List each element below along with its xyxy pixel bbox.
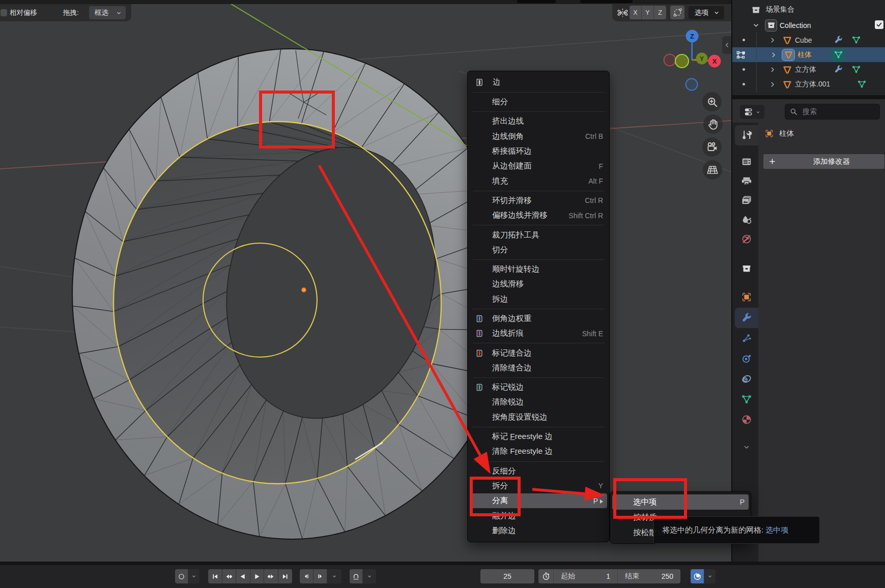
menu-item-按角度设置锐边[interactable]: 按角度设置锐边 — [468, 410, 609, 425]
perspective-toggle-button[interactable] — [703, 160, 722, 180]
outliner-row-cube[interactable]: Cube — [732, 33, 885, 47]
mesh-data-badge-icon[interactable] — [851, 35, 861, 45]
navigation-gizmo[interactable]: YXZ — [658, 22, 729, 94]
menu-item-融并边[interactable]: 融并边 — [468, 508, 609, 523]
drag-mode-dropdown[interactable]: 框选 — [89, 6, 126, 19]
sidebar-collapse-tab[interactable] — [722, 36, 731, 54]
properties-tab-physics[interactable] — [735, 348, 758, 369]
current-frame-field[interactable]: 25 — [480, 569, 534, 583]
3d-viewport[interactable] — [0, 0, 731, 562]
previous-frame-button[interactable] — [300, 569, 313, 583]
chevron-right-icon[interactable] — [769, 51, 778, 59]
camera-view-button[interactable] — [702, 137, 722, 157]
relative-offset-checkbox[interactable] — [1, 9, 7, 16]
menu-item-裁刀拓扑工具[interactable]: 裁刀拓扑工具 — [468, 227, 609, 242]
menu-item-细分[interactable]: 细分 — [468, 95, 609, 109]
start-frame-field[interactable]: 起始 1 — [554, 569, 618, 583]
menu-item-倒角边权重[interactable]: 倒角边权重 — [468, 311, 609, 326]
playback-sync-dropdown[interactable] — [704, 569, 716, 583]
menu-item-分离[interactable]: 分离P — [470, 493, 607, 508]
mirror-y-button[interactable]: Y — [642, 6, 654, 19]
properties-tab-render[interactable] — [735, 152, 758, 172]
menu-item-反细分[interactable]: 反细分 — [468, 464, 609, 479]
menu-item-拆边[interactable]: 拆边 — [468, 292, 609, 307]
frame-step-dropdown[interactable] — [327, 569, 341, 583]
mirror-icon[interactable] — [616, 7, 629, 19]
menu-item-标记 Freestyle 边[interactable]: 标记 Freestyle 边 — [468, 429, 609, 444]
properties-tab-object[interactable] — [735, 287, 758, 307]
keying-set-dropdown[interactable] — [363, 569, 376, 583]
menu-item-从边创建面[interactable]: 从边创建面F — [468, 159, 609, 173]
outliner-row-柱体[interactable]: 柱体 — [732, 47, 885, 62]
menu-item-清除 Freestyle 边[interactable]: 清除 Freestyle 边 — [468, 444, 609, 459]
outliner-row-collection[interactable]: Collection — [732, 18, 885, 33]
outliner-row-立方体[interactable]: 立方体 — [732, 62, 885, 77]
next-frame-button[interactable] — [313, 569, 327, 583]
outliner-row-立方体-001[interactable]: 立方体.001 — [732, 77, 885, 92]
menu-item-切分[interactable]: 切分 — [468, 243, 609, 257]
jump-to-end-button[interactable] — [278, 569, 293, 583]
properties-tab-overflow[interactable] — [735, 437, 758, 457]
pan-button[interactable] — [703, 114, 723, 134]
mesh-data-badge-icon[interactable] — [857, 79, 867, 89]
keying-set-button[interactable] — [350, 569, 363, 583]
properties-main: 柱体 添加修改器 — [758, 123, 885, 562]
mirror-x-button[interactable]: X — [630, 6, 642, 19]
mesh-data-badge-icon[interactable] — [851, 65, 861, 74]
proportional-editing-button[interactable] — [670, 6, 684, 19]
menu-item-顺时针旋转边[interactable]: 顺时针旋转边 — [468, 262, 609, 277]
properties-tab-constraints[interactable] — [735, 369, 758, 389]
menu-item-清除缝合边[interactable]: 清除缝合边 — [468, 361, 609, 375]
menu-item-桥接循环边[interactable]: 桥接循环边 — [468, 144, 609, 159]
modifier-badge-icon[interactable] — [834, 65, 843, 74]
properties-tab-world[interactable] — [735, 229, 758, 249]
next-keyframe-button[interactable] — [264, 569, 278, 583]
properties-tab-viewlayer[interactable] — [735, 190, 758, 211]
zoom-button[interactable] — [702, 92, 722, 111]
submenu-item-选中项[interactable]: 选中项P — [612, 494, 749, 510]
menu-item-清除锐边[interactable]: 清除锐边 — [468, 395, 609, 409]
properties-tab-modifiers[interactable] — [735, 308, 758, 328]
menu-item-偏移边线并滑移[interactable]: 偏移边线并滑移Shift Ctrl R — [468, 208, 609, 223]
chevron-down-icon[interactable] — [752, 21, 760, 30]
panel-divider[interactable] — [732, 95, 885, 99]
play-button[interactable] — [250, 569, 265, 583]
chevron-right-icon[interactable] — [768, 80, 777, 89]
menu-item-填充[interactable]: 填充Alt F — [468, 173, 609, 188]
properties-tab-particles[interactable] — [735, 328, 758, 348]
properties-tab-scene[interactable] — [735, 210, 758, 230]
jump-to-start-button[interactable] — [208, 569, 222, 583]
auto-keying-dropdown[interactable] — [188, 569, 199, 583]
collection-checkbox[interactable] — [875, 20, 883, 29]
chevron-right-icon[interactable] — [768, 36, 777, 44]
menu-item-边线滑移[interactable]: 边线滑移 — [468, 277, 609, 291]
properties-tab-tool[interactable] — [735, 125, 758, 145]
menu-item-边线折痕[interactable]: 边线折痕Shift E — [468, 326, 609, 341]
add-modifier-button[interactable]: 添加修改器 — [763, 154, 884, 169]
properties-search-field[interactable]: 搜索 — [785, 104, 880, 120]
playback-sync-button[interactable] — [691, 569, 704, 583]
properties-tab-output[interactable] — [735, 171, 758, 191]
menu-item-标记缝合边[interactable]: 标记缝合边 — [468, 345, 609, 360]
play-reverse-button[interactable] — [236, 569, 250, 583]
menu-item-删除边[interactable]: 删除边 — [468, 523, 609, 538]
chevron-right-icon[interactable] — [768, 66, 777, 74]
properties-tab-collection[interactable] — [735, 258, 758, 279]
end-frame-field[interactable]: 结束 250 — [618, 569, 680, 583]
properties-tab-material[interactable] — [735, 409, 758, 430]
options-dropdown[interactable]: 选项 — [689, 6, 724, 19]
right-panel: 场景集合 CollectionCube柱体立方体立方体.001 搜索 柱体 添加… — [731, 0, 885, 562]
use-preview-range-button[interactable] — [538, 569, 554, 583]
mirror-z-button[interactable]: Z — [654, 6, 666, 19]
auto-keying-button[interactable] — [175, 569, 188, 583]
editor-type-button[interactable] — [740, 105, 764, 119]
menu-item-标记锐边[interactable]: 标记锐边 — [468, 380, 609, 395]
menu-item-挤出边线[interactable]: 挤出边线 — [468, 114, 609, 129]
mesh-data-badge-active[interactable] — [831, 48, 845, 61]
modifier-badge-icon[interactable] — [834, 35, 843, 45]
properties-tab-data[interactable] — [735, 389, 758, 409]
previous-keyframe-button[interactable] — [222, 569, 237, 583]
menu-item-环切并滑移[interactable]: 环切并滑移Ctrl R — [468, 193, 609, 208]
menu-item-边线倒角[interactable]: 边线倒角Ctrl B — [468, 129, 609, 144]
menu-item-拆分[interactable]: 拆分Y — [468, 479, 609, 493]
